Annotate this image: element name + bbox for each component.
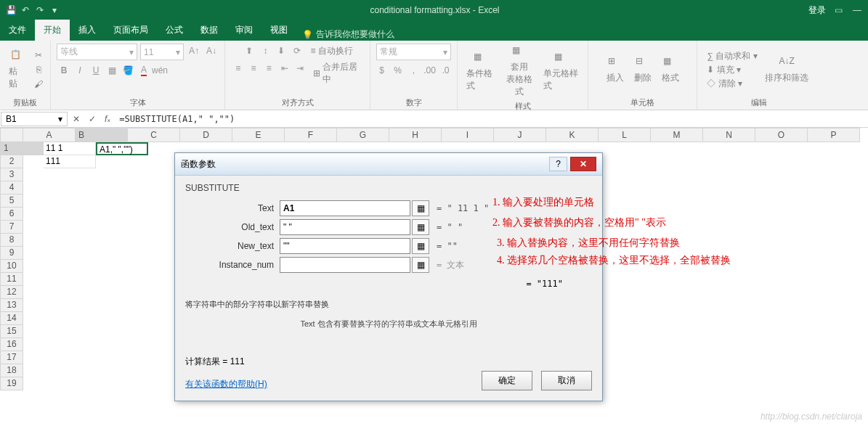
row-header[interactable]: 1 [0, 142, 44, 155]
number-format-select[interactable]: 常规▾ [376, 44, 451, 60]
align-right-icon[interactable]: ≡ [262, 61, 276, 75]
delete-cells-button[interactable]: ⊟删除 [631, 54, 654, 86]
col-header[interactable]: O [755, 128, 808, 142]
cell-styles-button[interactable]: ▦单元格样式 [540, 50, 582, 94]
format-painter-icon[interactable]: 🖌 [33, 78, 44, 90]
border-icon[interactable]: ▦ [105, 63, 119, 78]
col-header[interactable]: L [599, 128, 651, 142]
tab-formulas[interactable]: 公式 [157, 20, 192, 41]
row-header[interactable]: 8 [0, 234, 23, 247]
param-text-input[interactable] [280, 200, 410, 216]
row-header[interactable]: 10 [0, 260, 23, 273]
col-header[interactable]: M [651, 128, 703, 142]
col-header[interactable]: D [180, 128, 232, 142]
cancel-button[interactable]: 取消 [541, 371, 592, 390]
ribbon-options-icon[interactable]: ▭ [832, 4, 845, 17]
cancel-formula-icon[interactable]: ✕ [68, 114, 84, 124]
tab-insert[interactable]: 插入 [70, 20, 105, 41]
undo-icon[interactable]: ↶ [19, 4, 32, 17]
font-color-icon[interactable]: A [137, 63, 151, 78]
format-cells-button[interactable]: ▦格式 [659, 54, 682, 86]
enter-formula-icon[interactable]: ✓ [84, 114, 100, 124]
tab-home[interactable]: 开始 [35, 20, 70, 41]
align-middle-icon[interactable]: ↕ [258, 44, 272, 58]
cell-b1[interactable]: A1," ","") [96, 142, 148, 155]
fill-color-icon[interactable]: 🪣 [121, 63, 135, 78]
qat-more-icon[interactable]: ▾ [48, 4, 61, 17]
minimize-icon[interactable]: — [851, 4, 864, 17]
cut-icon[interactable]: ✂ [33, 49, 44, 61]
col-header[interactable]: I [442, 128, 494, 142]
currency-icon[interactable]: $ [375, 63, 389, 78]
col-header[interactable]: E [232, 128, 285, 142]
row-header[interactable]: 15 [0, 325, 23, 338]
merge-center-button[interactable]: ⊞合并后居中 [313, 61, 364, 86]
redo-icon[interactable]: ↷ [33, 4, 46, 17]
cell-a2[interactable]: 111 [44, 155, 96, 168]
col-header[interactable]: C [128, 128, 180, 142]
tell-me[interactable]: 💡 告诉我你想要做什么 [302, 28, 394, 41]
param-inst-input[interactable] [280, 257, 410, 273]
fx-icon[interactable]: fₓ [100, 114, 115, 124]
select-all-corner[interactable] [0, 128, 23, 142]
tab-layout[interactable]: 页面布局 [105, 20, 157, 41]
cell-a1[interactable]: 11 1 [44, 142, 96, 155]
font-size-select[interactable]: 11▾ [140, 44, 184, 60]
row-header[interactable]: 16 [0, 338, 23, 351]
format-table-button[interactable]: ▦套用 表格格式 [502, 44, 536, 99]
increase-font-icon[interactable]: A↑ [187, 44, 201, 58]
range-picker-icon[interactable]: ▦ [412, 219, 429, 235]
decrease-font-icon[interactable]: A↓ [204, 44, 219, 58]
clear-button[interactable]: ◇ 清除 ▾ [707, 78, 757, 90]
align-center-icon[interactable]: ≡ [246, 61, 260, 75]
formula-input[interactable]: =SUBSTITUTE(A1," ","") [115, 112, 868, 126]
dialog-help-icon[interactable]: ? [549, 157, 567, 171]
col-header[interactable]: B [76, 128, 128, 142]
name-box[interactable]: B1▾ [1, 112, 68, 126]
comma-icon[interactable]: , [407, 63, 421, 78]
row-header[interactable]: 14 [0, 312, 23, 325]
login-link[interactable]: 登录 [808, 4, 826, 17]
align-left-icon[interactable]: ≡ [231, 61, 245, 75]
row-header[interactable]: 7 [0, 221, 23, 234]
col-header[interactable]: K [546, 128, 599, 142]
col-header[interactable]: G [337, 128, 389, 142]
insert-cells-button[interactable]: ⊞插入 [604, 54, 627, 86]
orientation-icon[interactable]: ⟳ [290, 44, 304, 58]
align-bottom-icon[interactable]: ⬇ [274, 44, 288, 58]
col-header[interactable]: H [389, 128, 442, 142]
tab-data[interactable]: 数据 [192, 20, 227, 41]
row-header[interactable]: 17 [0, 351, 23, 364]
row-header[interactable]: 11 [0, 273, 23, 286]
col-header[interactable]: J [494, 128, 546, 142]
dialog-titlebar[interactable]: 函数参数 ? ✕ [175, 153, 602, 176]
range-picker-icon[interactable]: ▦ [412, 238, 429, 254]
param-new-input[interactable] [280, 238, 410, 254]
percent-icon[interactable]: % [391, 63, 405, 78]
phonetic-icon[interactable]: wén [153, 63, 167, 78]
col-header[interactable]: P [808, 128, 860, 142]
row-header[interactable]: 19 [0, 377, 23, 390]
conditional-format-button[interactable]: ▦条件格式 [463, 50, 498, 94]
autosum-button[interactable]: ∑ 自动求和 ▾ [707, 50, 757, 62]
paste-button[interactable]: 📋粘贴 [6, 48, 28, 91]
row-header[interactable]: 5 [0, 194, 23, 208]
underline-icon[interactable]: U [89, 63, 103, 78]
tab-view[interactable]: 视图 [261, 20, 296, 41]
row-header[interactable]: 6 [0, 208, 23, 221]
range-picker-icon[interactable]: ▦ [412, 257, 429, 273]
increase-decimal-icon[interactable]: .00 [423, 63, 437, 78]
row-header[interactable]: 9 [0, 247, 23, 260]
bold-icon[interactable]: B [57, 63, 71, 78]
copy-icon[interactable]: ⎘ [33, 64, 44, 75]
col-header[interactable]: N [703, 128, 755, 142]
row-header[interactable]: 2 [0, 155, 23, 168]
indent-dec-icon[interactable]: ⇤ [277, 61, 291, 75]
tab-file[interactable]: 文件 [0, 20, 35, 41]
row-header[interactable]: 12 [0, 286, 23, 299]
align-top-icon[interactable]: ⬆ [242, 44, 256, 58]
save-icon[interactable]: 💾 [4, 4, 17, 17]
col-header[interactable]: A [23, 128, 76, 142]
indent-inc-icon[interactable]: ⇥ [293, 61, 307, 75]
font-name-select[interactable]: 等线▾ [57, 44, 137, 60]
